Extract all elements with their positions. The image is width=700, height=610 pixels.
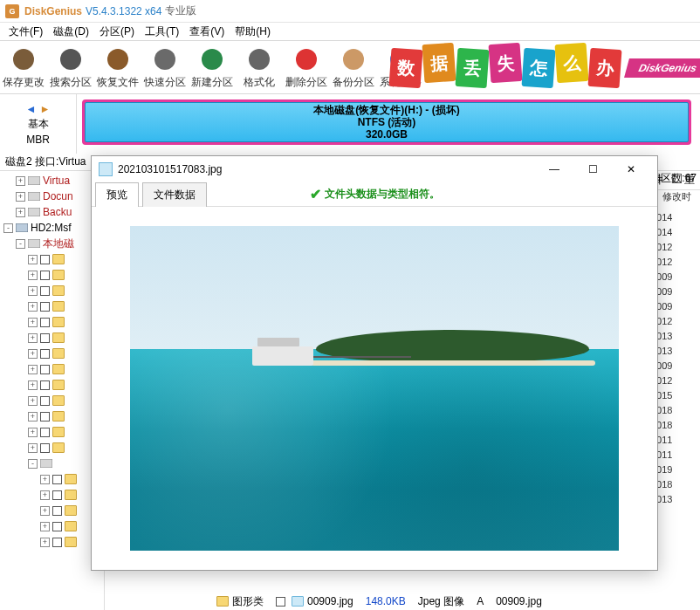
- expand-icon[interactable]: +: [28, 365, 38, 374]
- tree-node[interactable]: +: [0, 361, 104, 377]
- tree-node[interactable]: +: [0, 408, 104, 424]
- expand-icon[interactable]: +: [28, 302, 38, 312]
- tree-node[interactable]: -本地磁: [0, 236, 104, 251]
- list-item[interactable]: 2009: [651, 284, 700, 298]
- tree-node[interactable]: +: [0, 346, 104, 361]
- list-item[interactable]: 2014: [651, 224, 700, 239]
- expand-icon[interactable]: +: [40, 538, 50, 547]
- list-item[interactable]: 2011: [651, 447, 700, 462]
- menu-item-4[interactable]: 查看(V): [184, 23, 230, 41]
- menu-item-1[interactable]: 磁盘(D): [48, 23, 94, 41]
- list-item[interactable]: 2018: [651, 476, 700, 491]
- list-item[interactable]: 2019: [651, 462, 700, 476]
- list-item[interactable]: 2012: [651, 254, 700, 269]
- expand-icon[interactable]: -: [3, 223, 13, 233]
- list-item[interactable]: 2009: [651, 298, 700, 313]
- list-item[interactable]: 2012: [651, 313, 700, 328]
- expand-icon[interactable]: -: [28, 459, 38, 469]
- partition-bar[interactable]: 本地磁盘(恢复文件)(H:) - (损坏) NTFS (活动) 320.0GB: [82, 99, 691, 145]
- tree-node[interactable]: +: [0, 330, 104, 346]
- expand-icon[interactable]: +: [40, 522, 50, 531]
- list-item[interactable]: 2012: [651, 373, 700, 387]
- toolbar-save-button[interactable]: 保存更改: [0, 41, 47, 93]
- nav-right-icon[interactable]: ►: [39, 103, 51, 115]
- bottom-row[interactable]: 图形类 00909.jpg 148.0KB Jpeg 图像 A 00909.jp…: [216, 593, 542, 610]
- toolbar-quick-button[interactable]: 快速分区: [141, 41, 189, 93]
- list-item[interactable]: 2012: [651, 239, 700, 254]
- expand-icon[interactable]: +: [16, 208, 25, 217]
- expand-icon[interactable]: -: [16, 239, 25, 249]
- expand-icon[interactable]: +: [28, 286, 38, 296]
- expand-icon[interactable]: +: [28, 396, 38, 406]
- tree-node[interactable]: +: [0, 534, 104, 550]
- expand-icon[interactable]: +: [28, 349, 38, 359]
- tree-node[interactable]: +: [0, 503, 104, 518]
- list-item[interactable]: 2018: [651, 417, 700, 432]
- list-item[interactable]: 2013: [651, 343, 700, 358]
- tree-node[interactable]: +: [0, 314, 104, 330]
- expand-icon[interactable]: +: [28, 333, 38, 343]
- expand-icon[interactable]: +: [16, 176, 25, 186]
- nav-left-icon[interactable]: ◄: [25, 103, 38, 115]
- expand-icon[interactable]: +: [16, 192, 25, 202]
- menu-item-5[interactable]: 帮助(H): [230, 23, 276, 41]
- toolbar-recover-button[interactable]: 恢复文件: [94, 41, 141, 93]
- expand-icon[interactable]: +: [28, 318, 38, 327]
- expand-icon[interactable]: +: [28, 428, 38, 437]
- expand-icon[interactable]: +: [28, 255, 38, 264]
- tree-node[interactable]: +Virtua: [0, 173, 104, 188]
- list-item[interactable]: 2013: [651, 491, 700, 506]
- preview-titlebar[interactable]: 202103101517083.jpg ― ☐ ✕: [92, 156, 657, 182]
- toolbar-search-button[interactable]: 搜索分区: [47, 41, 94, 93]
- tree-node[interactable]: -: [0, 456, 104, 471]
- menu-item-0[interactable]: 文件(F): [3, 23, 48, 41]
- folder-tree[interactable]: +Virtua+Docun+Backu-HD2:Msf-本地磁+++++++++…: [0, 171, 105, 610]
- tree-node[interactable]: +: [0, 283, 104, 298]
- toolbar-delete-button[interactable]: 删除分区: [283, 41, 330, 93]
- tree-node[interactable]: +Docun: [0, 188, 104, 204]
- list-item[interactable]: 2015: [651, 387, 700, 402]
- expand-icon[interactable]: +: [28, 271, 38, 280]
- list-item[interactable]: 2013: [651, 328, 700, 343]
- tree-node[interactable]: +Backu: [0, 204, 104, 220]
- maximize-button[interactable]: ☐: [573, 157, 612, 182]
- list-col-modified[interactable]: 修改时: [662, 190, 691, 203]
- tree-node[interactable]: +: [0, 487, 104, 503]
- tab-filedata[interactable]: 文件数据: [142, 182, 207, 207]
- menu-item-2[interactable]: 分区(P): [94, 23, 140, 41]
- expand-icon[interactable]: +: [28, 443, 38, 453]
- tree-node[interactable]: +: [0, 440, 104, 456]
- tree-node[interactable]: +: [0, 471, 104, 487]
- expand-icon[interactable]: +: [40, 475, 50, 484]
- menubar: 文件(F)磁盘(D)分区(P)工具(T)查看(V)帮助(H): [0, 23, 700, 40]
- tree-node[interactable]: +: [0, 518, 104, 534]
- expand-icon[interactable]: +: [40, 506, 50, 516]
- expand-icon[interactable]: +: [28, 412, 38, 422]
- list-item[interactable]: 2009: [651, 269, 700, 284]
- tree-node[interactable]: -HD2:Msf: [0, 220, 104, 236]
- close-button[interactable]: ✕: [612, 157, 650, 182]
- tree-node[interactable]: +: [0, 377, 104, 393]
- expand-icon[interactable]: +: [28, 380, 38, 390]
- tree-node[interactable]: +: [0, 251, 104, 267]
- tab-preview[interactable]: 预览: [95, 182, 139, 207]
- list-item[interactable]: 2018: [651, 402, 700, 417]
- toolbar-format-button[interactable]: 格式化: [236, 41, 283, 93]
- list-item[interactable]: 2014: [651, 209, 700, 224]
- tree-node[interactable]: +: [0, 267, 104, 283]
- list-col-dup[interactable]: 重: [672, 173, 695, 188]
- tree-node[interactable]: +: [0, 393, 104, 408]
- toolbar-backup-button[interactable]: 备份分区: [330, 41, 377, 93]
- minimize-button[interactable]: ―: [535, 157, 573, 182]
- bottom-folder: 图形类: [232, 594, 264, 609]
- list-item[interactable]: 2011: [651, 432, 700, 447]
- list-item[interactable]: 2009: [651, 358, 700, 373]
- menu-item-3[interactable]: 工具(T): [140, 23, 184, 41]
- expand-icon[interactable]: +: [40, 490, 50, 500]
- tree-node[interactable]: +: [0, 424, 104, 440]
- tree-node[interactable]: +: [0, 298, 104, 314]
- file-rows[interactable]: 2014201420122012200920092009201220132013…: [651, 209, 700, 506]
- toolbar-new-button[interactable]: 新建分区: [189, 41, 236, 93]
- folder-icon: [52, 254, 65, 264]
- checkbox-icon[interactable]: [276, 597, 285, 607]
